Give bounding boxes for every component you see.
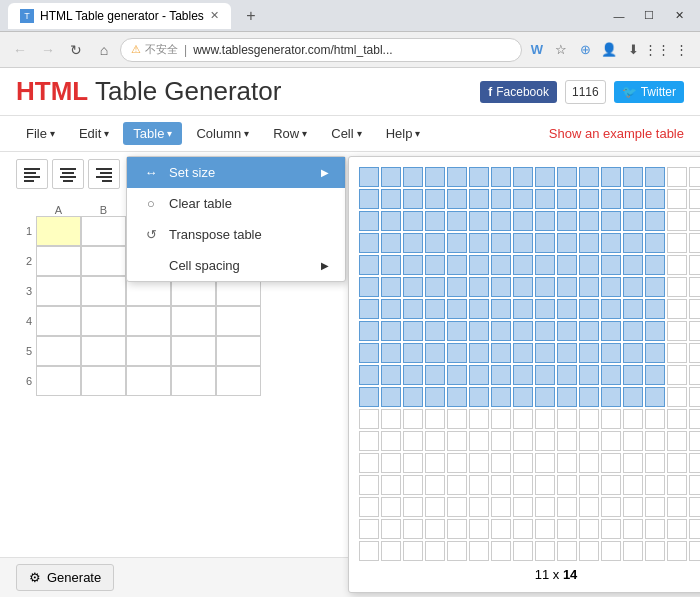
cell-6-3[interactable]: [171, 366, 216, 396]
size-cell-13-8[interactable]: [513, 431, 533, 451]
size-cell-1-2[interactable]: [381, 167, 401, 187]
size-cell-6-1[interactable]: [359, 277, 379, 297]
size-cell-4-9[interactable]: [535, 233, 555, 253]
size-cell-3-1[interactable]: [359, 211, 379, 231]
tab-close-button[interactable]: ✕: [210, 9, 219, 22]
size-cell-15-16[interactable]: [689, 475, 700, 495]
size-cell-16-7[interactable]: [491, 497, 511, 517]
size-cell-8-6[interactable]: [469, 321, 489, 341]
browser-tab[interactable]: T HTML Table generator - Tables ✕: [8, 3, 231, 29]
size-cell-6-7[interactable]: [491, 277, 511, 297]
size-cell-4-15[interactable]: [667, 233, 687, 253]
size-cell-12-1[interactable]: [359, 409, 379, 429]
cell-1-1[interactable]: [81, 216, 126, 246]
size-cell-13-4[interactable]: [425, 431, 445, 451]
size-cell-18-16[interactable]: [689, 541, 700, 561]
size-cell-11-13[interactable]: [623, 387, 643, 407]
size-cell-11-14[interactable]: [645, 387, 665, 407]
cell-3-0[interactable]: [36, 276, 81, 306]
size-cell-6-9[interactable]: [535, 277, 555, 297]
size-cell-10-2[interactable]: [381, 365, 401, 385]
size-cell-7-10[interactable]: [557, 299, 577, 319]
size-cell-10-14[interactable]: [645, 365, 665, 385]
size-cell-12-15[interactable]: [667, 409, 687, 429]
size-cell-7-13[interactable]: [623, 299, 643, 319]
size-cell-15-8[interactable]: [513, 475, 533, 495]
size-cell-12-9[interactable]: [535, 409, 555, 429]
size-cell-7-7[interactable]: [491, 299, 511, 319]
size-cell-16-5[interactable]: [447, 497, 467, 517]
size-cell-12-14[interactable]: [645, 409, 665, 429]
size-cell-8-4[interactable]: [425, 321, 445, 341]
size-cell-5-1[interactable]: [359, 255, 379, 275]
size-cell-17-12[interactable]: [601, 519, 621, 539]
size-cell-10-7[interactable]: [491, 365, 511, 385]
size-cell-3-4[interactable]: [425, 211, 445, 231]
size-cell-11-16[interactable]: [689, 387, 700, 407]
size-cell-6-6[interactable]: [469, 277, 489, 297]
size-cell-10-9[interactable]: [535, 365, 555, 385]
cell-4-3[interactable]: [171, 306, 216, 336]
size-cell-10-15[interactable]: [667, 365, 687, 385]
size-cell-4-13[interactable]: [623, 233, 643, 253]
size-cell-17-6[interactable]: [469, 519, 489, 539]
close-button[interactable]: ✕: [666, 6, 692, 26]
size-cell-2-11[interactable]: [579, 189, 599, 209]
size-cell-12-4[interactable]: [425, 409, 445, 429]
size-cell-12-3[interactable]: [403, 409, 423, 429]
size-cell-15-5[interactable]: [447, 475, 467, 495]
size-cell-13-6[interactable]: [469, 431, 489, 451]
size-cell-5-4[interactable]: [425, 255, 445, 275]
size-cell-2-13[interactable]: [623, 189, 643, 209]
size-cell-1-12[interactable]: [601, 167, 621, 187]
size-cell-1-7[interactable]: [491, 167, 511, 187]
size-cell-2-9[interactable]: [535, 189, 555, 209]
size-cell-9-1[interactable]: [359, 343, 379, 363]
cell-6-0[interactable]: [36, 366, 81, 396]
size-cell-16-16[interactable]: [689, 497, 700, 517]
minimize-button[interactable]: —: [606, 6, 632, 26]
size-cell-14-16[interactable]: [689, 453, 700, 473]
size-cell-5-8[interactable]: [513, 255, 533, 275]
size-cell-17-2[interactable]: [381, 519, 401, 539]
size-cell-7-6[interactable]: [469, 299, 489, 319]
size-cell-15-1[interactable]: [359, 475, 379, 495]
size-cell-18-6[interactable]: [469, 541, 489, 561]
size-cell-17-15[interactable]: [667, 519, 687, 539]
menu-cell[interactable]: Cell ▾: [321, 122, 371, 145]
size-cell-11-8[interactable]: [513, 387, 533, 407]
size-cell-15-3[interactable]: [403, 475, 423, 495]
menu-help[interactable]: Help ▾: [376, 122, 431, 145]
size-cell-15-12[interactable]: [601, 475, 621, 495]
size-cell-4-8[interactable]: [513, 233, 533, 253]
size-cell-18-4[interactable]: [425, 541, 445, 561]
size-cell-13-3[interactable]: [403, 431, 423, 451]
size-cell-1-5[interactable]: [447, 167, 467, 187]
size-cell-13-2[interactable]: [381, 431, 401, 451]
size-cell-5-13[interactable]: [623, 255, 643, 275]
size-cell-13-13[interactable]: [623, 431, 643, 451]
size-cell-5-14[interactable]: [645, 255, 665, 275]
size-cell-16-3[interactable]: [403, 497, 423, 517]
size-cell-1-14[interactable]: [645, 167, 665, 187]
size-cell-15-15[interactable]: [667, 475, 687, 495]
new-tab-button[interactable]: +: [239, 4, 263, 28]
size-cell-9-7[interactable]: [491, 343, 511, 363]
size-cell-5-16[interactable]: [689, 255, 700, 275]
size-cell-6-15[interactable]: [667, 277, 687, 297]
size-cell-10-13[interactable]: [623, 365, 643, 385]
size-cell-8-13[interactable]: [623, 321, 643, 341]
size-cell-12-7[interactable]: [491, 409, 511, 429]
dropdown-transpose[interactable]: ↺ Transpose table: [127, 219, 345, 250]
size-cell-14-7[interactable]: [491, 453, 511, 473]
cell-4-4[interactable]: [216, 306, 261, 336]
size-cell-3-7[interactable]: [491, 211, 511, 231]
size-cell-7-14[interactable]: [645, 299, 665, 319]
size-cell-2-15[interactable]: [667, 189, 687, 209]
size-cell-18-12[interactable]: [601, 541, 621, 561]
size-cell-2-14[interactable]: [645, 189, 665, 209]
size-cell-17-9[interactable]: [535, 519, 555, 539]
cell-6-4[interactable]: [216, 366, 261, 396]
size-cell-10-5[interactable]: [447, 365, 467, 385]
size-cell-13-11[interactable]: [579, 431, 599, 451]
